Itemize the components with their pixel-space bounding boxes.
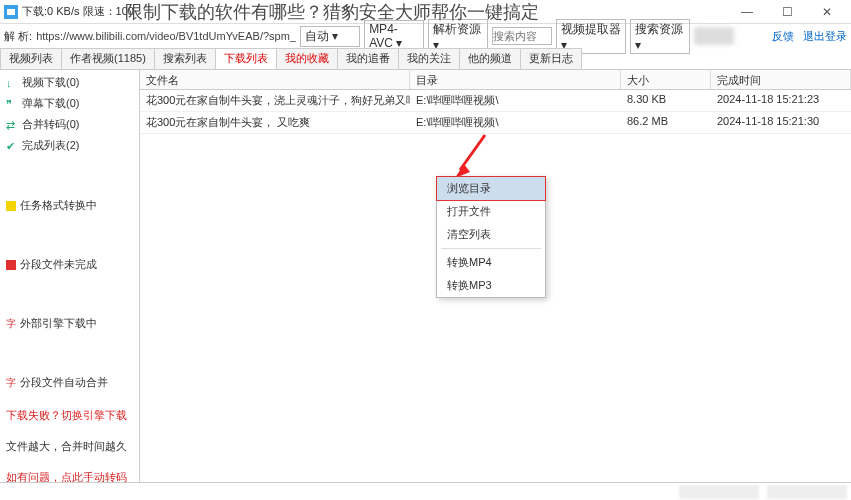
window-controls: — ☐ ✕ xyxy=(727,0,847,24)
content-area: 文件名 目录 大小 完成时间 花300元在家自制牛头宴，浇上灵魂汁子，狗好兄弟又… xyxy=(140,70,851,482)
sidebar: 视频下载(0)弹幕下载(0)合并转码(0)完成列表(2)任务格式转换中分段文件未… xyxy=(0,70,140,482)
context-menu: 浏览目录打开文件清空列表转换MP4转换MP3 xyxy=(436,176,546,298)
sidebar-icon xyxy=(6,140,18,152)
sidebar-item[interactable]: 视频下载(0) xyxy=(0,72,139,93)
maximize-button[interactable]: ☐ xyxy=(767,0,807,24)
sidebar-item[interactable]: 完成列表(2) xyxy=(0,135,139,156)
search-input[interactable] xyxy=(492,27,552,45)
sidebar-icon xyxy=(6,98,18,110)
context-menu-item[interactable]: 打开文件 xyxy=(437,200,545,223)
tab-更新日志[interactable]: 更新日志 xyxy=(520,48,582,69)
cell-size: 86.2 MB xyxy=(621,112,711,133)
legend-icon xyxy=(6,317,16,331)
legend-icon xyxy=(6,376,16,390)
cell-dir: E:\哔喱哔喱视频\ xyxy=(410,112,621,133)
legend-swatch xyxy=(6,260,16,270)
speed-info: 下载:0 KB/s 限速：100 xyxy=(22,4,134,19)
sidebar-item-label: 视频下载(0) xyxy=(22,75,79,90)
context-menu-item[interactable]: 转换MP4 xyxy=(437,251,545,274)
col-dir-header[interactable]: 目录 xyxy=(410,70,621,89)
feedback-link[interactable]: 反馈 xyxy=(772,30,794,42)
sidebar-item[interactable]: 弹幕下载(0) xyxy=(0,93,139,114)
sidebar-item-label: 完成列表(2) xyxy=(22,138,79,153)
close-button[interactable]: ✕ xyxy=(807,0,847,24)
header-links: 反馈 退出登录 xyxy=(766,29,847,44)
sidebar-icon xyxy=(6,119,18,131)
status-bar xyxy=(0,482,851,500)
legend-item: 任务格式转换中 xyxy=(0,196,139,215)
cell-size: 8.30 KB xyxy=(621,90,711,111)
table-body: 花300元在家自制牛头宴，浇上灵魂汁子，狗好兄弟又吃爽E:\哔喱哔喱视频\8.3… xyxy=(140,90,851,134)
table-row[interactable]: 花300元在家自制牛头宴， 又吃爽E:\哔喱哔喱视频\86.2 MB2024-1… xyxy=(140,112,851,134)
logout-link[interactable]: 退出登录 xyxy=(803,30,847,42)
app-icon xyxy=(4,5,18,19)
tab-视频列表[interactable]: 视频列表 xyxy=(0,48,62,69)
cell-file: 花300元在家自制牛头宴，浇上灵魂汁子，狗好兄弟又吃爽 xyxy=(140,90,410,111)
annotation-arrow-icon xyxy=(450,130,490,180)
cell-time: 2024-11-18 15:21:30 xyxy=(711,112,851,133)
cell-file: 花300元在家自制牛头宴， 又吃爽 xyxy=(140,112,410,133)
col-size-header[interactable]: 大小 xyxy=(621,70,711,89)
sidebar-icon xyxy=(6,77,18,89)
cell-time: 2024-11-18 15:21:23 xyxy=(711,90,851,111)
overlay-headline: 限制下载的软件有哪些？猎豹安全大师帮你一键搞定 xyxy=(125,0,539,24)
legend-item: 分段文件自动合并 xyxy=(0,373,139,392)
sidebar-item-label: 弹幕下载(0) xyxy=(22,96,79,111)
main-tabs: 视频列表作者视频(1185)搜索列表下载列表我的收藏我的追番我的关注他的频道更新… xyxy=(0,48,851,70)
auto-combo[interactable]: 自动 ▾ xyxy=(300,26,360,47)
sidebar-item-label: 合并转码(0) xyxy=(22,117,79,132)
url-row: 解 析: https://www.bilibili.com/video/BV1t… xyxy=(0,24,851,48)
legend-item: 分段文件未完成 xyxy=(0,255,139,274)
tab-我的关注[interactable]: 我的关注 xyxy=(398,48,460,69)
legend-swatch xyxy=(6,201,16,211)
table-row[interactable]: 花300元在家自制牛头宴，浇上灵魂汁子，狗好兄弟又吃爽E:\哔喱哔喱视频\8.3… xyxy=(140,90,851,112)
tab-我的追番[interactable]: 我的追番 xyxy=(337,48,399,69)
parse-url[interactable]: https://www.bilibili.com/video/BV1tdUmYv… xyxy=(36,30,296,42)
table-header: 文件名 目录 大小 完成时间 xyxy=(140,70,851,90)
context-menu-item[interactable]: 转换MP3 xyxy=(437,274,545,297)
minimize-button[interactable]: — xyxy=(727,0,767,24)
context-menu-item[interactable]: 浏览目录 xyxy=(436,176,546,201)
tab-他的频道[interactable]: 他的频道 xyxy=(459,48,521,69)
col-time-header[interactable]: 完成时间 xyxy=(711,70,851,89)
tab-搜索列表[interactable]: 搜索列表 xyxy=(154,48,216,69)
tab-我的收藏[interactable]: 我的收藏 xyxy=(276,48,338,69)
legend-item: 外部引擎下载中 xyxy=(0,314,139,333)
col-file-header[interactable]: 文件名 xyxy=(140,70,410,89)
parse-label: 解 析: xyxy=(4,29,32,44)
sidebar-note[interactable]: 下载失败？切换引擎下载 xyxy=(0,408,139,423)
tab-下载列表[interactable]: 下载列表 xyxy=(215,48,277,69)
footer-control[interactable] xyxy=(679,485,759,499)
sidebar-note: 文件越大，合并时间越久 xyxy=(0,439,139,454)
context-menu-separator xyxy=(441,248,541,249)
tab-作者视频(1185)[interactable]: 作者视频(1185) xyxy=(61,48,155,69)
footer-control[interactable] xyxy=(767,485,847,499)
cell-dir: E:\哔喱哔喱视频\ xyxy=(410,90,621,111)
search-res-combo[interactable]: 搜索资源 ▾ xyxy=(630,19,690,54)
context-menu-item[interactable]: 清空列表 xyxy=(437,223,545,246)
sidebar-item[interactable]: 合并转码(0) xyxy=(0,114,139,135)
avatar-blur xyxy=(694,27,734,45)
